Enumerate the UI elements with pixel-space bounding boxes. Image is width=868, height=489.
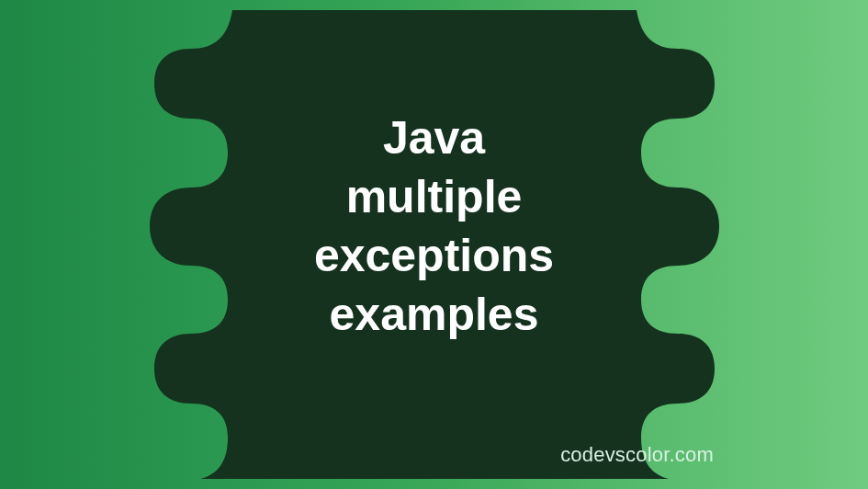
banner-canvas: Java multiple exceptions examples codevs… xyxy=(0,0,868,489)
watermark-text: codevscolor.com xyxy=(560,443,714,467)
banner-title: Java multiple exceptions examples xyxy=(314,108,554,344)
